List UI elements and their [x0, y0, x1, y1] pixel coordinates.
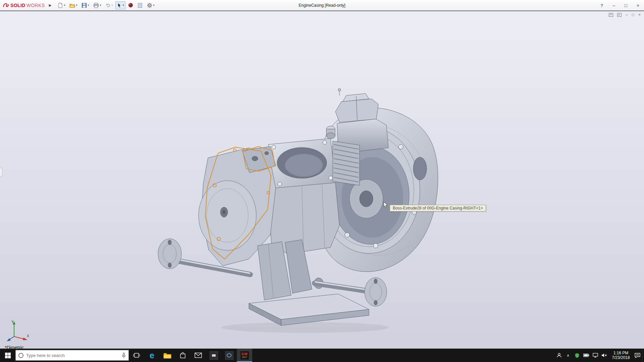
select-cursor-icon [117, 3, 122, 8]
doc-minimize-button[interactable]: – [626, 12, 628, 17]
new-document-button[interactable]: ▾ [56, 1, 67, 9]
start-button[interactable] [0, 349, 15, 362]
edge-icon: e [150, 351, 154, 360]
save-icon [82, 3, 87, 8]
task-view-icon [133, 352, 140, 358]
action-center-button[interactable] [633, 349, 642, 362]
action-center-icon [635, 353, 640, 358]
report-button[interactable] [136, 1, 144, 9]
search-input[interactable] [26, 353, 119, 358]
engine-casing-model[interactable] [0, 11, 644, 349]
brand-works: WORKS [26, 3, 45, 8]
defender-button[interactable] [573, 349, 582, 362]
store-bag-icon [179, 352, 186, 359]
view-orientation-label: *Dimetric [5, 345, 24, 349]
volume-button[interactable] [600, 349, 609, 362]
dropdown-arrow-icon[interactable]: ▾ [153, 4, 154, 7]
close-button[interactable]: × [632, 0, 644, 11]
battery-button[interactable] [582, 349, 591, 362]
menu-expand-arrow[interactable]: ▶ [49, 3, 52, 7]
report-icon [138, 3, 143, 8]
edge-button[interactable]: e [144, 349, 160, 362]
window-controls: ? – □ × [596, 0, 644, 11]
gear-icon [147, 3, 152, 8]
titlebar: SOLIDWORKS ▶ ▾ ▾ [0, 0, 644, 11]
doc-pane-icon-a[interactable] [609, 13, 613, 17]
dark-app-button-2[interactable] [221, 349, 237, 362]
taskbar: e [0, 349, 644, 362]
taskbar-search[interactable] [15, 350, 129, 361]
task-view-button[interactable] [129, 349, 144, 362]
dropdown-arrow-icon[interactable]: ▾ [76, 4, 77, 7]
options-button[interactable]: ▾ [145, 1, 156, 9]
new-document-icon [58, 3, 63, 8]
dark-app-icon-2 [225, 351, 233, 360]
open-button[interactable]: ▾ [68, 1, 79, 9]
chevron-up-icon: ∧ [567, 353, 569, 358]
doc-restore-button[interactable]: □ [632, 12, 634, 17]
battery-icon [583, 354, 589, 357]
dropdown-arrow-icon[interactable]: ▾ [111, 4, 113, 7]
volume-muted-icon [601, 353, 607, 358]
dark-app-icon-1 [210, 351, 218, 360]
clock-time: 1:16 PM [609, 351, 633, 355]
mail-icon [195, 353, 202, 358]
mail-button[interactable] [191, 349, 206, 362]
mouse-cursor-icon [383, 201, 388, 208]
taskbar-clock[interactable]: 1:16 PM 7/23/2018 [609, 351, 633, 360]
feature-panel-collapsed-tab[interactable] [0, 168, 2, 177]
triad-x-text: X [27, 334, 29, 338]
defender-shield-icon [575, 353, 579, 358]
undo-icon [105, 3, 111, 8]
maximize-button[interactable]: □ [620, 0, 632, 11]
cortana-icon [18, 353, 23, 358]
dark-app-button-1[interactable] [206, 349, 221, 362]
dropdown-arrow-icon[interactable]: ▾ [122, 4, 124, 7]
windows-logo-icon [5, 353, 11, 358]
select-button[interactable]: ▾ [115, 1, 125, 9]
clock-date: 7/23/2018 [609, 355, 633, 360]
window-title: EngineCasing [Read-only] [299, 0, 345, 11]
sw-badge-year: 2017 [242, 356, 247, 359]
feature-tooltip: Boss-Extrude28 of 00G-Engine Casing-RIGH… [390, 205, 486, 212]
show-desktop-button[interactable] [642, 349, 644, 362]
solidworks-logo: SOLIDWORKS [0, 3, 47, 8]
dropdown-arrow-icon[interactable]: ▾ [100, 4, 101, 7]
network-icon [593, 353, 598, 358]
file-explorer-button[interactable] [160, 349, 175, 362]
screen: SOLIDWORKS ▶ ▾ ▾ [0, 0, 644, 362]
document-window-controls: – □ × [609, 12, 641, 17]
dropdown-arrow-icon[interactable]: ▾ [88, 4, 89, 7]
help-button[interactable]: ? [596, 0, 608, 11]
undo-button[interactable]: ▾ [104, 1, 114, 9]
people-button[interactable] [554, 349, 564, 362]
open-folder-icon [69, 3, 75, 8]
dropdown-arrow-icon[interactable]: ▾ [64, 4, 65, 7]
doc-close-button[interactable]: × [638, 12, 641, 17]
tray-expand-button[interactable]: ∧ [564, 349, 573, 362]
triad-y-text: Y [11, 320, 14, 324]
minimize-button[interactable]: – [608, 0, 620, 11]
people-icon [556, 353, 562, 358]
save-button[interactable]: ▾ [80, 1, 91, 9]
system-tray: ∧ [554, 349, 644, 362]
main-toolbar: ▾ ▾ ▾ [56, 1, 156, 9]
print-icon [93, 3, 99, 8]
solidworks-app-icon: SW 2017 [240, 351, 249, 360]
sw-badge-letters: SW [241, 352, 248, 356]
graphics-viewport[interactable]: – □ × [0, 11, 644, 349]
ds-logo-icon [3, 3, 9, 8]
appearance-button[interactable] [126, 1, 135, 9]
microphone-icon[interactable] [122, 353, 126, 358]
file-explorer-icon [163, 352, 171, 359]
print-button[interactable]: ▾ [92, 1, 103, 9]
brand-solid: SOLID [10, 3, 25, 8]
doc-pane-icon-b[interactable] [617, 13, 622, 17]
store-button[interactable] [175, 349, 191, 362]
orientation-triad-icon: Y X [4, 319, 30, 343]
network-button[interactable] [591, 349, 600, 362]
solidworks-taskbar-button[interactable]: SW 2017 [237, 349, 252, 362]
material-sphere-icon [128, 3, 133, 8]
